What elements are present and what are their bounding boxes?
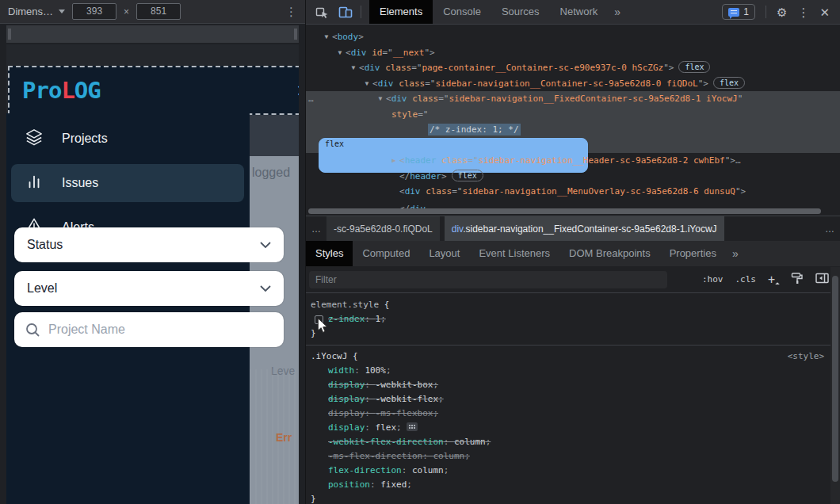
expand-arrow-icon[interactable]: ▼: [361, 76, 372, 92]
dom-tree-node[interactable]: ▶<header class="sidebar-navigation__Head…: [306, 153, 840, 169]
new-style-rule-button[interactable]: +: [768, 273, 779, 287]
expand-arrow-icon[interactable]: ▼: [375, 91, 386, 107]
sidebar-item-issues[interactable]: Issues: [11, 164, 244, 202]
more-tabs-icon[interactable]: »: [608, 6, 627, 18]
code-token: ": [738, 94, 743, 104]
css-property[interactable]: display: -ms-flexbox;: [311, 407, 830, 421]
more-tabs-icon[interactable]: »: [726, 247, 745, 260]
inspect-element-icon[interactable]: [315, 6, 329, 19]
rule-origin-link[interactable]: <style>: [788, 349, 824, 364]
css-property[interactable]: width: 100%;: [311, 364, 830, 378]
css-property[interactable]: z-index: 1;: [311, 312, 830, 326]
code-token: <: [359, 63, 365, 73]
flex-badge[interactable]: flex: [678, 61, 710, 73]
flex-badge[interactable]: flex: [452, 170, 483, 181]
tab-layout[interactable]: Layout: [419, 241, 469, 266]
code-token: sidebar-navigation__FixedContainer-sc-9a…: [449, 94, 738, 104]
toggle-sidebar-panel-icon[interactable]: [815, 273, 829, 286]
expand-arrow-icon[interactable]: ▼: [321, 29, 332, 45]
toggle-hover-state-button[interactable]: :hov: [702, 274, 724, 284]
breadcrumb-item[interactable]: -sc-9a5e62d8-0.fiQDoL: [326, 216, 440, 242]
css-property[interactable]: position: fixed;: [311, 478, 830, 492]
node-overflow-menu[interactable]: …: [308, 91, 314, 107]
code-token: =": [425, 78, 435, 89]
elements-horizontal-scrollbar[interactable]: [308, 208, 821, 214]
dimensions-dropdown[interactable]: Dimens…: [8, 6, 65, 17]
toggle-device-toolbar-icon[interactable]: [338, 6, 353, 19]
rule-close-brace: }: [311, 492, 830, 504]
screen: Dimens… 393 × 851 ⋮ logged Leve Err ProL…: [0, 0, 840, 504]
issues-bubble-icon: [728, 8, 739, 17]
devtools-toolbar: ElementsConsoleSourcesNetwork » 1 ⚙ ⋮ ✕: [306, 0, 840, 25]
expand-arrow-icon[interactable]: ▶: [388, 153, 399, 169]
dom-tree-node[interactable]: ▼<div class="sidebar-navigation__Contain…: [306, 76, 840, 92]
expand-arrow-icon[interactable]: ▼: [334, 45, 346, 61]
devtools-more-options-icon[interactable]: ⋮: [797, 6, 809, 18]
elements-tree: ▼<body>▼<div id="__next">▼<div class="pa…: [306, 24, 840, 216]
breadcrumb-overflow-right[interactable]: …: [819, 223, 840, 235]
css-property[interactable]: -ms-flex-direction: column;: [311, 449, 830, 464]
close-devtools-icon[interactable]: ✕: [819, 6, 830, 18]
toolbar-divider: [766, 6, 766, 18]
sidebar-item-projects[interactable]: Projects: [11, 120, 244, 158]
dom-tree-node-selected[interactable]: …▼<div class="sidebar-navigation__FixedC…: [306, 91, 840, 153]
level-select[interactable]: Level: [14, 271, 284, 306]
rendering-emulations-icon[interactable]: [791, 272, 804, 287]
css-property[interactable]: display: -webkit-flex;: [311, 392, 830, 407]
styles-scrollbar[interactable]: [832, 276, 838, 482]
status-select[interactable]: Status: [14, 227, 284, 262]
toggle-class-button[interactable]: .cls: [735, 274, 756, 284]
styles-filter-input[interactable]: Filter: [309, 271, 667, 288]
tab-computed[interactable]: Computed: [353, 241, 419, 266]
code-token: <: [346, 48, 351, 58]
breadcrumb-item[interactable]: div.sidebar-navigation__FixedContainer-s…: [445, 216, 724, 242]
mouse-cursor-icon: [317, 318, 330, 334]
dom-tree-node[interactable]: </header>flex: [306, 169, 840, 185]
settings-gear-icon[interactable]: ⚙: [777, 6, 787, 18]
close-menu-button[interactable]: ✕: [296, 82, 299, 99]
css-property[interactable]: display: -webkit-box;: [311, 378, 830, 392]
css-property[interactable]: flex-direction: column;: [311, 464, 830, 478]
device-horizontal-scrollbar[interactable]: [6, 25, 299, 43]
css-property[interactable]: display: flex;: [311, 421, 830, 435]
rule-selector[interactable]: element.style: [311, 300, 379, 310]
dimensions-times-label: ×: [124, 6, 129, 17]
level-select-value: Level: [27, 281, 57, 296]
dom-tree-node[interactable]: <div class="sidebar-navigation__MenuOver…: [306, 184, 840, 200]
flex-badge[interactable]: flex: [713, 77, 745, 89]
device-width-input[interactable]: 393: [72, 3, 116, 20]
tab-elements[interactable]: Elements: [369, 0, 433, 24]
tab-dom-breakpoints[interactable]: DOM Breakpoints: [559, 241, 660, 266]
rule-selector[interactable]: .iYocwJ: [311, 351, 347, 361]
issues-counter-button[interactable]: 1: [722, 4, 755, 20]
code-token: class: [441, 155, 468, 166]
search-icon: [25, 323, 40, 338]
menu-item-label: Issues: [62, 176, 98, 190]
flex-editor-icon[interactable]: [407, 422, 418, 431]
code-token: =": [438, 94, 449, 104]
tab-properties[interactable]: Properties: [660, 241, 726, 266]
background-text-logged: logged: [252, 166, 290, 180]
dom-tree-node[interactable]: ▼<div class="page-container__Container-s…: [306, 60, 840, 76]
tab-event-listeners[interactable]: Event Listeners: [469, 241, 559, 266]
breadcrumb-overflow-left[interactable]: …: [306, 223, 326, 235]
emulator-more-options-icon[interactable]: ⋮: [285, 6, 297, 17]
styles-rules-pane: element.style {z-index: 1;}<style>.iYocw…: [306, 293, 830, 504]
dom-tree-node[interactable]: ▼<div id="__next">: [306, 45, 840, 61]
expand-arrow-icon[interactable]: ▼: [348, 60, 359, 76]
dom-tree-node[interactable]: ▼<body>: [306, 29, 840, 45]
tab-styles[interactable]: Styles: [306, 241, 353, 266]
css-property[interactable]: -webkit-flex-direction: column;: [311, 435, 830, 449]
tab-console[interactable]: Console: [433, 0, 491, 24]
rule-divider: [306, 345, 830, 346]
code-token: <: [399, 155, 405, 166]
code-token: body: [338, 32, 359, 42]
code-token: =": [411, 63, 422, 73]
code-token: div: [391, 94, 407, 104]
project-name-search-input[interactable]: Project Name: [14, 312, 284, 347]
rule-close-brace: }: [311, 326, 830, 341]
tab-network[interactable]: Network: [550, 0, 609, 24]
tab-sources[interactable]: Sources: [491, 0, 550, 24]
device-height-input[interactable]: 851: [136, 3, 181, 20]
code-token: class: [426, 186, 452, 197]
